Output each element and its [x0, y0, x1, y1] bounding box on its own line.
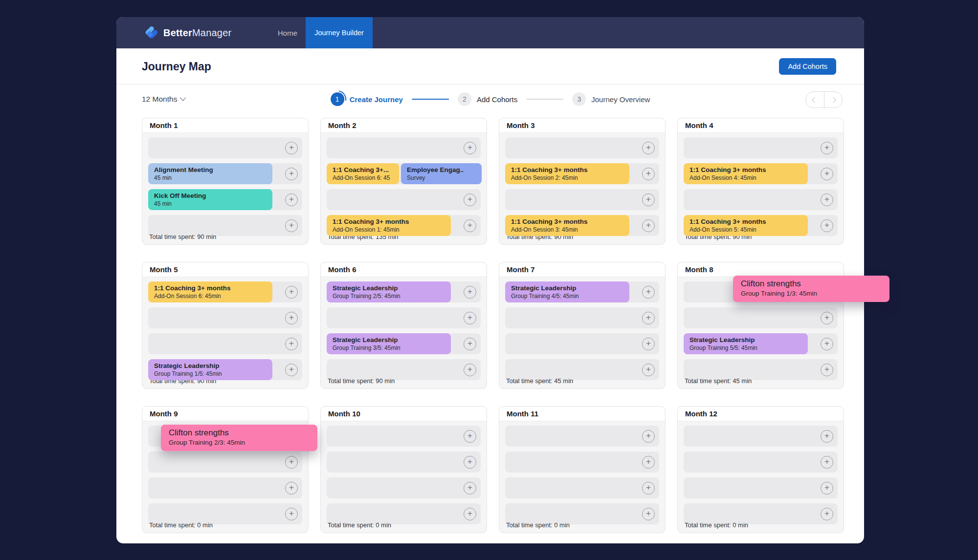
- event-card[interactable]: 1:1 Coaching 3+ monthsAdd-On Session 1: …: [327, 215, 451, 236]
- stepper-step-create-journey[interactable]: 1 Create Journey: [331, 92, 403, 106]
- event-title: Strategic Leadership: [511, 284, 629, 292]
- add-event-button[interactable]: +: [464, 194, 476, 206]
- add-event-button[interactable]: +: [464, 430, 476, 443]
- add-event-button[interactable]: +: [285, 338, 298, 350]
- add-event-button[interactable]: +: [464, 312, 476, 324]
- nav-item-journey-builder[interactable]: Journey Builder: [306, 17, 373, 48]
- event-card[interactable]: 1:1 Coaching 3+ monthsAdd-On Session 6: …: [148, 281, 272, 302]
- event-card[interactable]: 1:1 Coaching 3+ monthsAdd-On Session 5: …: [684, 215, 808, 236]
- event-card[interactable]: 1:1 Coaching 3+ monthsAdd-On Session 2: …: [505, 163, 629, 184]
- add-event-button[interactable]: +: [285, 312, 298, 324]
- add-event-button[interactable]: +: [642, 430, 655, 443]
- event-slot: +: [684, 307, 838, 328]
- add-event-button[interactable]: +: [285, 482, 298, 495]
- months-grid: Month 1 ++Alignment Meeting45 min+Kick O…: [142, 118, 844, 533]
- add-event-button[interactable]: +: [285, 168, 298, 180]
- add-event-button[interactable]: +: [821, 456, 833, 469]
- brand[interactable]: BetterManager: [144, 17, 231, 48]
- add-event-button[interactable]: +: [464, 456, 476, 469]
- add-event-button[interactable]: +: [464, 364, 476, 376]
- add-event-button[interactable]: +: [642, 456, 655, 469]
- nav-item-home[interactable]: Home: [266, 17, 310, 48]
- add-event-button[interactable]: +: [821, 482, 833, 495]
- add-event-button[interactable]: +: [464, 219, 476, 232]
- add-event-button[interactable]: +: [821, 508, 833, 520]
- add-event-button[interactable]: +: [285, 508, 298, 520]
- add-event-button[interactable]: +: [642, 286, 655, 299]
- add-event-button[interactable]: +: [821, 142, 833, 154]
- event-title: Strategic Leadership: [333, 336, 451, 344]
- event-card[interactable]: Alignment Meeting45 min: [148, 163, 272, 184]
- month-header: Month 1: [142, 118, 308, 133]
- add-event-button[interactable]: +: [821, 338, 833, 350]
- add-event-button[interactable]: +: [642, 312, 655, 324]
- add-event-button[interactable]: +: [464, 142, 476, 154]
- event-slot: +: [505, 189, 659, 210]
- add-event-button[interactable]: +: [821, 194, 833, 206]
- add-event-button[interactable]: +: [285, 142, 298, 154]
- event-slot: +: [327, 477, 481, 498]
- add-event-button[interactable]: +: [642, 194, 655, 206]
- month-card: Month 1 ++Alignment Meeting45 min+Kick O…: [142, 118, 309, 245]
- event-slot: +: [505, 426, 659, 447]
- stepper-step-add-cohorts[interactable]: 2 Add Cohorts: [458, 92, 517, 106]
- month-header: Month 5: [142, 262, 308, 277]
- pagination: [805, 91, 843, 108]
- event-card[interactable]: Employee Engag..Survey: [401, 163, 482, 184]
- event-card[interactable]: Kick Off Meeting45 min: [148, 189, 272, 210]
- top-nav: BetterManager Home Journey Builder: [116, 17, 864, 48]
- add-event-button[interactable]: +: [464, 338, 476, 350]
- event-card[interactable]: Strategic LeadershipGroup Training 4/5: …: [505, 281, 629, 302]
- add-event-button[interactable]: +: [642, 168, 655, 180]
- add-event-button[interactable]: +: [642, 482, 655, 495]
- add-event-button[interactable]: +: [821, 364, 833, 376]
- month-total: Total time spent: 0 min: [506, 521, 570, 529]
- event-card[interactable]: 1:1 Coaching 3+...Add-On Session 6: 45: [327, 163, 399, 184]
- event-card[interactable]: 1:1 Coaching 3+ monthsAdd-On Session 4: …: [684, 163, 808, 184]
- bettermanager-logo-icon: [144, 25, 158, 40]
- add-event-button[interactable]: +: [464, 508, 476, 520]
- add-event-button[interactable]: +: [821, 168, 833, 180]
- add-event-button[interactable]: +: [642, 364, 655, 376]
- month-title: Month 5: [150, 265, 178, 274]
- month-title: Month 8: [685, 265, 713, 274]
- add-event-button[interactable]: +: [464, 286, 476, 299]
- add-event-button[interactable]: +: [642, 142, 655, 154]
- event-subtitle: Group Training 1/5: 45min: [154, 370, 272, 377]
- duration-dropdown[interactable]: 12 Months: [142, 90, 186, 108]
- prev-page-button[interactable]: [806, 92, 824, 108]
- add-event-button[interactable]: +: [285, 286, 298, 299]
- event-card[interactable]: 1:1 Coaching 3+ monthsAdd-On Session 3: …: [505, 215, 629, 236]
- add-cohorts-button[interactable]: Add Cohorts: [779, 58, 836, 75]
- add-event-button[interactable]: +: [642, 338, 655, 350]
- add-event-button[interactable]: +: [821, 312, 833, 324]
- step-label: Create Journey: [350, 95, 403, 104]
- add-event-button[interactable]: +: [285, 456, 298, 469]
- month-card: Month 5 +1:1 Coaching 3+ monthsAdd-On Se…: [142, 262, 309, 389]
- event-card[interactable]: Strategic LeadershipGroup Training 2/5: …: [327, 281, 451, 302]
- month-total: Total time spent: 90 min: [328, 377, 395, 385]
- event-card[interactable]: Strategic LeadershipGroup Training 3/5: …: [327, 333, 451, 354]
- event-card[interactable]: Strategic LeadershipGroup Training 1/5: …: [148, 359, 272, 380]
- journey-map-panel: BetterManager Home Journey Builder Journ…: [116, 17, 864, 543]
- add-event-button[interactable]: +: [285, 194, 298, 206]
- month-header: Month 8: [678, 262, 844, 277]
- add-event-button[interactable]: +: [642, 508, 655, 520]
- add-event-button[interactable]: +: [464, 482, 476, 495]
- event-slot: +: [684, 137, 838, 158]
- add-event-button[interactable]: +: [821, 430, 833, 443]
- add-event-button[interactable]: +: [642, 219, 655, 232]
- stepper-step-journey-overview[interactable]: 3 Journey Overview: [572, 92, 650, 106]
- event-slot: +: [148, 477, 302, 498]
- dragged-event-card[interactable]: Clifton strengthsGroup Training 1/3: 45m…: [733, 276, 889, 302]
- add-event-button[interactable]: +: [285, 219, 298, 232]
- add-event-button[interactable]: +: [285, 364, 298, 376]
- month-total: Total time spent: 0 min: [328, 521, 391, 529]
- next-page-button[interactable]: [824, 92, 843, 108]
- event-card[interactable]: Strategic LeadershipGroup Training 5/5: …: [684, 333, 808, 354]
- step-number-badge: 1: [331, 92, 344, 106]
- dragged-event-card[interactable]: Clifton strengthsGroup Training 2/3: 45m…: [161, 425, 317, 451]
- event-slot: +1:1 Coaching 3+ monthsAdd-On Session 4:…: [684, 163, 838, 184]
- add-event-button[interactable]: +: [821, 219, 833, 232]
- chevron-right-icon: [830, 97, 836, 103]
